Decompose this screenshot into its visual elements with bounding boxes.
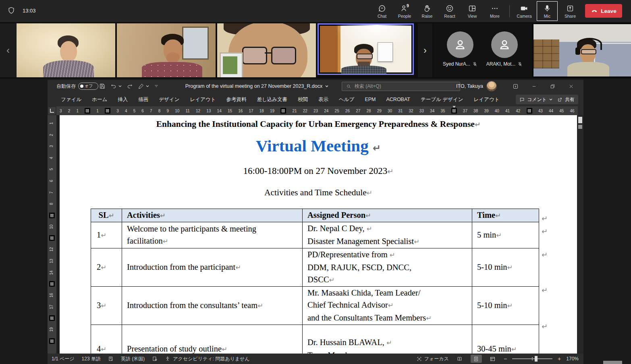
web-layout-button[interactable] (487, 355, 498, 363)
horizontal-ruler[interactable]: 3211345678910111213141516171819212223242… (48, 106, 583, 115)
mic-button[interactable]: Mic (537, 1, 558, 21)
language-indicator[interactable]: 英語 (米国) (121, 356, 145, 362)
self-video[interactable] (533, 23, 631, 77)
document-heading: Enhancing the Institutional Capacity for… (60, 119, 577, 129)
participant-video-1[interactable] (17, 23, 115, 77)
cell-time: 30-45 min↵ (472, 325, 539, 354)
ruler-number: 30 (388, 109, 392, 113)
camera-button[interactable]: Camera (513, 1, 536, 21)
ribbon-tab-view[interactable]: 表示 (313, 93, 334, 106)
paragraph-mark: ↵ (235, 264, 241, 271)
leave-button[interactable]: Leave (585, 4, 622, 18)
react-button[interactable]: React (438, 1, 461, 21)
word-count[interactable]: 123 単語 (82, 356, 101, 362)
touch-pen-mode-icon[interactable] (138, 83, 144, 89)
undo-dropdown-icon[interactable] (118, 85, 122, 88)
undo-icon[interactable] (110, 83, 117, 89)
zoom-slider-thumb[interactable] (535, 356, 538, 362)
ruler-table-marker[interactable] (527, 108, 532, 114)
share-button[interactable]: Share (559, 1, 581, 21)
ruler-table-marker[interactable] (85, 108, 90, 114)
redo-icon[interactable] (127, 83, 133, 89)
ribbon-tab-file[interactable]: ファイル (56, 93, 87, 106)
restore-button[interactable] (543, 80, 562, 93)
participant-avatar[interactable]: ARAKI, Mot... (482, 31, 527, 67)
autosave-pill[interactable]: オフ (78, 83, 98, 90)
zoom-level[interactable]: 170% (566, 356, 579, 362)
ribbon-tab-layout[interactable]: レイアウト (185, 93, 221, 106)
zoom-in-button[interactable]: + (558, 356, 561, 362)
minimize-button[interactable] (525, 80, 543, 93)
ribbon-tab-review[interactable]: 校閲 (293, 93, 313, 106)
tab-selector[interactable] (48, 107, 56, 114)
ribbon-tab-epm[interactable]: EPM (359, 93, 381, 106)
participant-avatar[interactable]: Syed NurA... (438, 31, 483, 67)
touch-dropdown-icon[interactable] (146, 85, 149, 88)
vertical-ruler[interactable]: 1234567810121314161719 (48, 115, 56, 354)
proofing-icon[interactable] (108, 356, 114, 362)
ribbon-tab-acrobat[interactable]: ACROBAT (381, 93, 415, 106)
document-area: 1234567810121314161719 Enhancing the Ins… (48, 115, 583, 354)
ribbon-tab-help[interactable]: ヘルプ (334, 93, 359, 106)
next-videos-button[interactable]: › (418, 23, 432, 77)
ruler-number: 12 (46, 247, 58, 252)
record-macro-icon[interactable] (152, 356, 158, 362)
ruler-table-marker[interactable] (451, 108, 457, 114)
read-mode-button[interactable] (454, 355, 465, 363)
participant-video-4-active-speaker[interactable] (318, 23, 414, 75)
participant-video-2[interactable] (117, 23, 216, 77)
print-layout-button[interactable] (471, 355, 482, 363)
autosave-toggle[interactable]: 自動保存 オフ (56, 80, 98, 93)
save-icon[interactable] (99, 83, 106, 89)
cell-activity: Welcome to the participants & meetingfac… (122, 222, 303, 248)
ruler-table-marker[interactable] (280, 108, 286, 114)
ruler-number: 23 (313, 109, 318, 113)
ruler-number: 34 (430, 109, 434, 113)
cell-time: 5-10 min↵ (472, 287, 539, 325)
ruler-number: 19 (46, 327, 58, 332)
ruler-number: 45 (559, 109, 564, 113)
participant-video-3[interactable] (217, 23, 316, 77)
zoom-out-button[interactable]: − (504, 356, 507, 362)
ribbon-tab-layout-table[interactable]: レイアウト (469, 93, 505, 106)
comments-button[interactable]: コメント (516, 95, 556, 104)
page-indicator[interactable]: 1/1 ページ (52, 356, 75, 362)
more-button[interactable]: More (484, 1, 506, 21)
ribbon-tab-home[interactable]: ホーム (87, 93, 112, 106)
ribbon-tab-references[interactable]: 参考資料 (221, 93, 251, 106)
schedule-table: SL↵Activities↵Assigned Person↵Time↵ 1↵We… (91, 209, 539, 354)
view-button[interactable]: View (461, 1, 484, 21)
search-input[interactable]: 検索 (Alt+Q) (342, 82, 460, 91)
column-header: Time↵ (472, 209, 539, 222)
focus-mode-button[interactable]: フォーカス (417, 356, 449, 362)
cell-activity: Presentation of study outline↵ (122, 325, 303, 354)
ribbon-tab-mailings[interactable]: 差し込み文書 (251, 93, 293, 106)
accessibility-status[interactable]: アクセシビリティ: 問題ありません (165, 356, 249, 362)
ribbon-tab-draw[interactable]: 描画 (133, 93, 154, 106)
paragraph-mark: ↵ (495, 212, 501, 219)
ribbon-tab-design[interactable]: デザイン (154, 93, 185, 106)
close-button[interactable] (562, 80, 580, 93)
ribbon-tab-table-design[interactable]: テーブル デザイン (415, 93, 469, 106)
zoom-slider[interactable] (512, 358, 552, 359)
ribbon-tab-insert[interactable]: 挿入 (112, 93, 133, 106)
previous-videos-button[interactable]: ‹ (0, 23, 16, 77)
ribbon-display-options-button[interactable] (506, 80, 525, 93)
glasses (242, 47, 267, 64)
paragraph-mark: ↵ (329, 276, 335, 284)
document-main-title: Virtual Meeting ↵ (60, 136, 577, 155)
people-button[interactable]: 9 People (393, 1, 416, 21)
account-menu[interactable]: ITO, Takuya (456, 80, 497, 93)
document-title[interactable]: Program of the virtual meeting on 27 Nov… (168, 80, 346, 93)
raise-hand-button[interactable]: Raise (416, 1, 438, 21)
chevron-down-icon (549, 98, 552, 101)
ruler-table-marker[interactable] (105, 108, 110, 114)
search-icon (346, 84, 351, 89)
document-page[interactable]: Enhancing the Institutional Capacity for… (60, 115, 577, 354)
customize-toolbar-icon[interactable] (154, 84, 159, 89)
scrollbar-thumb[interactable] (578, 117, 582, 123)
chat-button[interactable]: Chat (371, 1, 393, 21)
more-dots-icon (490, 4, 499, 13)
share-document-button[interactable]: 共有 (554, 95, 578, 104)
vertical-scrollbar[interactable] (577, 115, 583, 354)
